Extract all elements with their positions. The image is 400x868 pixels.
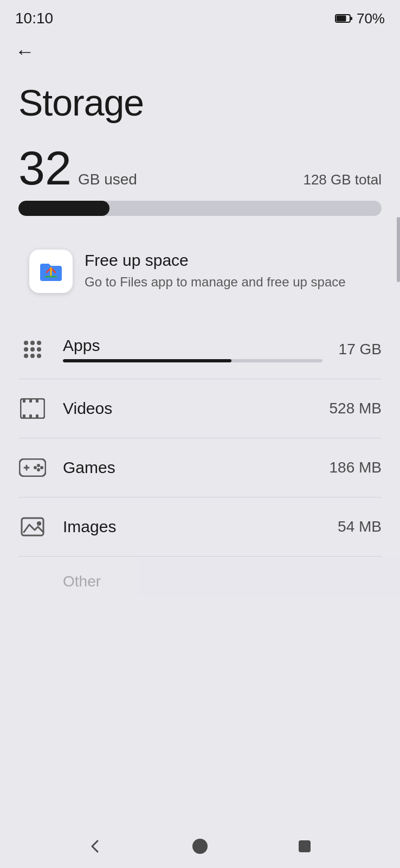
storage-item-other-partial: Other bbox=[0, 557, 400, 596]
svg-point-11 bbox=[30, 354, 35, 358]
other-icon-partial bbox=[18, 567, 47, 596]
images-name: Images bbox=[63, 518, 321, 536]
games-name: Games bbox=[63, 458, 313, 477]
svg-point-4 bbox=[24, 341, 28, 345]
page-title: Storage bbox=[0, 68, 400, 129]
svg-point-5 bbox=[30, 341, 35, 345]
battery-icon bbox=[335, 10, 352, 27]
svg-point-24 bbox=[40, 466, 43, 469]
videos-content: Videos bbox=[63, 399, 313, 418]
apps-size: 17 GB bbox=[339, 341, 382, 358]
storage-progress-fill bbox=[18, 201, 109, 216]
storage-item-videos[interactable]: Videos 528 MB bbox=[0, 379, 400, 438]
svg-rect-2 bbox=[336, 15, 346, 21]
storage-progress-bar bbox=[18, 201, 382, 216]
back-button[interactable]: ← bbox=[0, 33, 400, 68]
images-content: Images bbox=[63, 518, 321, 536]
free-space-subtitle: Go to Files app to manage and free up sp… bbox=[85, 273, 371, 291]
svg-point-6 bbox=[37, 341, 41, 345]
apps-name: Apps bbox=[63, 336, 322, 355]
videos-size: 528 MB bbox=[330, 400, 382, 417]
files-app-icon bbox=[29, 250, 73, 293]
games-icon bbox=[18, 454, 47, 482]
bottom-nav bbox=[0, 825, 400, 868]
svg-point-28 bbox=[37, 521, 41, 526]
games-content: Games bbox=[63, 458, 313, 477]
back-arrow-icon: ← bbox=[15, 40, 35, 62]
nav-back-button[interactable] bbox=[82, 833, 109, 860]
svg-point-26 bbox=[34, 466, 37, 469]
storage-used-number: 32 bbox=[18, 144, 72, 192]
images-icon bbox=[18, 513, 47, 541]
svg-rect-1 bbox=[351, 17, 352, 20]
nav-recent-button[interactable] bbox=[291, 833, 318, 860]
svg-rect-16 bbox=[36, 399, 38, 403]
scroll-indicator bbox=[397, 217, 400, 282]
svg-point-10 bbox=[24, 354, 28, 358]
games-size: 186 MB bbox=[330, 459, 382, 476]
videos-icon bbox=[18, 394, 47, 423]
status-bar: 10:10 70% bbox=[0, 0, 400, 33]
svg-point-9 bbox=[37, 347, 41, 352]
storage-stats: 32 GB used 128 GB total bbox=[0, 129, 400, 192]
svg-rect-30 bbox=[299, 840, 311, 852]
svg-point-12 bbox=[37, 354, 41, 358]
storage-used-group: 32 GB used bbox=[18, 144, 137, 192]
images-size: 54 MB bbox=[338, 518, 382, 535]
svg-point-23 bbox=[37, 464, 40, 467]
free-space-text: Free up space Go to Files app to manage … bbox=[85, 251, 371, 291]
svg-point-7 bbox=[24, 347, 28, 352]
storage-item-apps[interactable]: Apps 17 GB bbox=[0, 320, 400, 379]
other-label-partial: Other bbox=[63, 573, 101, 590]
storage-total-label: 128 GB total bbox=[303, 171, 382, 188]
videos-name: Videos bbox=[63, 399, 313, 418]
free-space-title: Free up space bbox=[85, 251, 371, 270]
storage-item-games[interactable]: Games 186 MB bbox=[0, 438, 400, 497]
apps-content: Apps bbox=[63, 336, 322, 362]
storage-item-images[interactable]: Images 54 MB bbox=[0, 497, 400, 556]
svg-point-25 bbox=[37, 468, 40, 471]
status-battery: 70% bbox=[335, 10, 385, 27]
status-time: 10:10 bbox=[15, 10, 53, 27]
nav-home-button[interactable] bbox=[186, 833, 214, 860]
svg-rect-15 bbox=[29, 399, 32, 403]
svg-rect-17 bbox=[23, 414, 25, 418]
apps-bar-fill bbox=[63, 359, 231, 362]
storage-used-label: GB used bbox=[78, 171, 137, 188]
svg-rect-19 bbox=[36, 414, 38, 418]
svg-rect-14 bbox=[23, 399, 25, 403]
svg-point-8 bbox=[30, 347, 35, 352]
battery-percent: 70% bbox=[357, 10, 385, 27]
free-space-card[interactable]: Free up space Go to Files app to manage … bbox=[15, 235, 385, 307]
apps-bar bbox=[63, 359, 322, 362]
apps-icon bbox=[18, 335, 47, 363]
svg-point-29 bbox=[192, 839, 208, 854]
storage-items-list: Apps 17 GB Videos 528 MB bbox=[0, 320, 400, 557]
svg-rect-18 bbox=[29, 414, 32, 418]
